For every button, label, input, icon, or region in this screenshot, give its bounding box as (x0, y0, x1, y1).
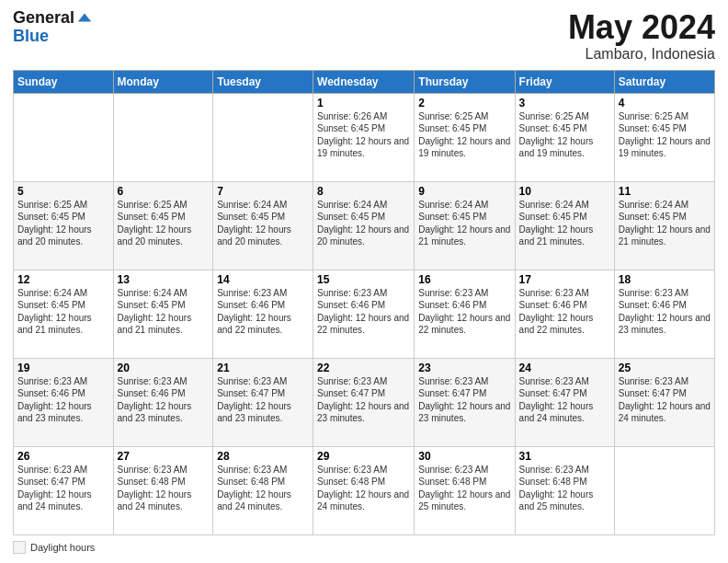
logo: General Blue (13, 9, 93, 46)
calendar-cell: 17Sunrise: 6:23 AM Sunset: 6:46 PM Dayli… (515, 270, 614, 358)
day-number: 25 (619, 362, 711, 374)
calendar-cell: 31Sunrise: 6:23 AM Sunset: 6:48 PM Dayli… (515, 446, 614, 534)
day-number: 1 (317, 97, 410, 109)
day-number: 15 (317, 273, 410, 286)
calendar-cell: 29Sunrise: 6:23 AM Sunset: 6:48 PM Dayli… (313, 446, 415, 534)
day-number: 20 (118, 362, 210, 374)
day-info: Sunrise: 6:25 AM Sunset: 6:45 PM Dayligh… (418, 110, 510, 160)
day-info: Sunrise: 6:23 AM Sunset: 6:47 PM Dayligh… (317, 375, 410, 425)
logo-icon (76, 10, 93, 27)
weekday-header-saturday: Saturday (614, 70, 714, 93)
calendar-week-1: 1Sunrise: 6:26 AM Sunset: 6:45 PM Daylig… (14, 93, 715, 181)
month-title: May 2024 (568, 9, 715, 46)
day-number: 22 (317, 362, 410, 374)
day-number: 4 (619, 97, 711, 109)
calendar-cell: 15Sunrise: 6:23 AM Sunset: 6:46 PM Dayli… (313, 270, 415, 358)
day-number: 6 (118, 185, 210, 198)
day-number: 19 (17, 362, 109, 374)
day-number: 10 (519, 185, 610, 198)
location-title: Lambaro, Indonesia (568, 46, 715, 63)
weekday-header-row: SundayMondayTuesdayWednesdayThursdayFrid… (14, 70, 715, 93)
day-number: 11 (619, 185, 711, 198)
day-number: 7 (217, 185, 309, 198)
calendar-cell: 25Sunrise: 6:23 AM Sunset: 6:47 PM Dayli… (614, 358, 714, 446)
title-block: May 2024 Lambaro, Indonesia (568, 9, 715, 63)
calendar-cell: 11Sunrise: 6:24 AM Sunset: 6:45 PM Dayli… (614, 181, 714, 270)
calendar-cell: 21Sunrise: 6:23 AM Sunset: 6:47 PM Dayli… (213, 358, 313, 446)
day-info: Sunrise: 6:24 AM Sunset: 6:45 PM Dayligh… (217, 199, 309, 248)
calendar-cell (213, 93, 313, 181)
day-number: 5 (17, 185, 109, 198)
calendar-cell: 19Sunrise: 6:23 AM Sunset: 6:46 PM Dayli… (14, 358, 114, 446)
day-info: Sunrise: 6:23 AM Sunset: 6:47 PM Dayligh… (519, 375, 610, 425)
day-info: Sunrise: 6:23 AM Sunset: 6:46 PM Dayligh… (118, 375, 210, 425)
calendar-cell: 16Sunrise: 6:23 AM Sunset: 6:46 PM Dayli… (415, 270, 515, 358)
weekday-header-wednesday: Wednesday (313, 70, 415, 93)
day-info: Sunrise: 6:23 AM Sunset: 6:46 PM Dayligh… (418, 287, 510, 337)
day-info: Sunrise: 6:23 AM Sunset: 6:46 PM Dayligh… (317, 287, 410, 337)
day-info: Sunrise: 6:23 AM Sunset: 6:47 PM Dayligh… (17, 464, 109, 513)
calendar-cell (614, 446, 714, 534)
daylight-box-icon (13, 541, 26, 554)
day-number: 24 (519, 362, 610, 374)
day-number: 31 (519, 450, 610, 463)
calendar-cell (14, 93, 114, 181)
calendar-cell: 14Sunrise: 6:23 AM Sunset: 6:46 PM Dayli… (213, 270, 313, 358)
day-number: 14 (217, 273, 309, 286)
calendar-cell: 27Sunrise: 6:23 AM Sunset: 6:48 PM Dayli… (113, 446, 213, 534)
calendar-cell: 13Sunrise: 6:24 AM Sunset: 6:45 PM Dayli… (113, 270, 213, 358)
day-number: 18 (619, 273, 711, 286)
day-number: 8 (317, 185, 410, 198)
day-info: Sunrise: 6:23 AM Sunset: 6:47 PM Dayligh… (418, 375, 510, 425)
footer: Daylight hours (13, 541, 715, 554)
calendar-cell: 24Sunrise: 6:23 AM Sunset: 6:47 PM Dayli… (515, 358, 614, 446)
day-info: Sunrise: 6:24 AM Sunset: 6:45 PM Dayligh… (118, 287, 210, 337)
calendar-body: 1Sunrise: 6:26 AM Sunset: 6:45 PM Daylig… (14, 93, 715, 534)
day-number: 17 (519, 273, 610, 286)
day-info: Sunrise: 6:23 AM Sunset: 6:48 PM Dayligh… (519, 464, 610, 513)
calendar-cell: 23Sunrise: 6:23 AM Sunset: 6:47 PM Dayli… (415, 358, 515, 446)
day-info: Sunrise: 6:23 AM Sunset: 6:48 PM Dayligh… (317, 464, 410, 513)
calendar-cell: 1Sunrise: 6:26 AM Sunset: 6:45 PM Daylig… (313, 93, 415, 181)
weekday-header-tuesday: Tuesday (213, 70, 313, 93)
weekday-header-thursday: Thursday (415, 70, 515, 93)
day-info: Sunrise: 6:23 AM Sunset: 6:48 PM Dayligh… (217, 464, 309, 513)
svg-marker-0 (78, 13, 91, 21)
weekday-header-sunday: Sunday (14, 70, 114, 93)
calendar-table: SundayMondayTuesdayWednesdayThursdayFrid… (13, 70, 715, 535)
day-number: 9 (418, 185, 510, 198)
day-info: Sunrise: 6:23 AM Sunset: 6:48 PM Dayligh… (118, 464, 210, 513)
calendar-week-4: 19Sunrise: 6:23 AM Sunset: 6:46 PM Dayli… (14, 358, 715, 446)
calendar-cell: 2Sunrise: 6:25 AM Sunset: 6:45 PM Daylig… (415, 93, 515, 181)
day-info: Sunrise: 6:25 AM Sunset: 6:45 PM Dayligh… (619, 110, 711, 160)
day-info: Sunrise: 6:24 AM Sunset: 6:45 PM Dayligh… (519, 199, 610, 248)
logo-blue-text: Blue (13, 28, 93, 46)
calendar-cell: 4Sunrise: 6:25 AM Sunset: 6:45 PM Daylig… (614, 93, 714, 181)
day-info: Sunrise: 6:23 AM Sunset: 6:46 PM Dayligh… (217, 287, 309, 337)
day-number: 30 (418, 450, 510, 463)
day-info: Sunrise: 6:25 AM Sunset: 6:45 PM Dayligh… (17, 199, 109, 248)
calendar-cell: 10Sunrise: 6:24 AM Sunset: 6:45 PM Dayli… (515, 181, 614, 270)
day-info: Sunrise: 6:23 AM Sunset: 6:47 PM Dayligh… (619, 375, 711, 425)
day-info: Sunrise: 6:23 AM Sunset: 6:46 PM Dayligh… (619, 287, 711, 337)
day-number: 29 (317, 450, 410, 463)
day-info: Sunrise: 6:26 AM Sunset: 6:45 PM Dayligh… (317, 110, 410, 160)
day-info: Sunrise: 6:23 AM Sunset: 6:48 PM Dayligh… (418, 464, 510, 513)
day-info: Sunrise: 6:25 AM Sunset: 6:45 PM Dayligh… (118, 199, 210, 248)
day-number: 2 (418, 97, 510, 109)
day-number: 27 (118, 450, 210, 463)
calendar-cell: 3Sunrise: 6:25 AM Sunset: 6:45 PM Daylig… (515, 93, 614, 181)
calendar-week-5: 26Sunrise: 6:23 AM Sunset: 6:47 PM Dayli… (14, 446, 715, 534)
logo-general-text: General (13, 9, 74, 28)
day-info: Sunrise: 6:24 AM Sunset: 6:45 PM Dayligh… (17, 287, 109, 337)
calendar-cell (113, 93, 213, 181)
day-info: Sunrise: 6:25 AM Sunset: 6:45 PM Dayligh… (519, 110, 610, 160)
day-number: 21 (217, 362, 309, 374)
daylight-label: Daylight hours (30, 542, 95, 553)
calendar-cell: 8Sunrise: 6:24 AM Sunset: 6:45 PM Daylig… (313, 181, 415, 270)
calendar-cell: 5Sunrise: 6:25 AM Sunset: 6:45 PM Daylig… (14, 181, 114, 270)
calendar-week-2: 5Sunrise: 6:25 AM Sunset: 6:45 PM Daylig… (14, 181, 715, 270)
day-number: 16 (418, 273, 510, 286)
calendar-cell: 26Sunrise: 6:23 AM Sunset: 6:47 PM Dayli… (14, 446, 114, 534)
weekday-header-monday: Monday (113, 70, 213, 93)
